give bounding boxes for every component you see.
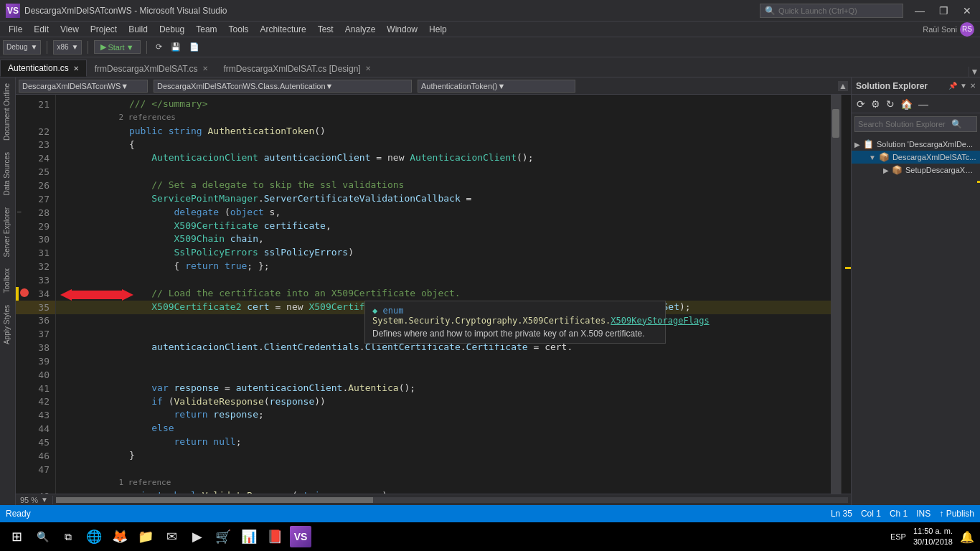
menu-edit[interactable]: Edit xyxy=(28,23,55,36)
menu-team[interactable]: Team xyxy=(190,23,222,36)
tooltip-icon: ◆ xyxy=(372,306,377,316)
horizontal-scrollbar[interactable] xyxy=(56,497,848,503)
tab-frmdescarga-design-close[interactable]: ✕ xyxy=(365,65,371,72)
tab-frmdescarga-design-label: frmDescargaXmlDelSAT.cs [Design] xyxy=(224,64,361,74)
menu-test[interactable]: Test xyxy=(312,23,339,36)
close-button[interactable]: ✕ xyxy=(960,5,974,17)
excel-icon[interactable]: 📊 xyxy=(238,526,260,547)
zoom-arrow[interactable]: ▼ xyxy=(41,496,48,504)
store-icon[interactable]: 🛒 xyxy=(212,526,234,547)
project-icon: 📦 xyxy=(879,152,890,162)
code-content[interactable]: ◆ enum System.Security.Cryptography.X509… xyxy=(56,95,831,494)
tooltip-top: ◆ enum System.Security.Cryptography.X509… xyxy=(372,306,658,326)
se-pin-button[interactable]: 📌 xyxy=(948,82,957,90)
ln-ref2 xyxy=(16,476,55,490)
vs-taskbar-icon[interactable]: VS xyxy=(290,526,311,547)
nav-scroll-up[interactable]: ▲ xyxy=(838,81,848,91)
tab-autentication[interactable]: Autentication.cs ✕ xyxy=(0,60,87,77)
code-line-24: AutenticacionClient autenticacionClient … xyxy=(56,151,831,165)
status-publish[interactable]: ↑ Publish xyxy=(939,509,974,519)
tab-autentication-close[interactable]: ✕ xyxy=(73,65,79,72)
restore-button[interactable]: ❐ xyxy=(936,5,951,17)
taskbar-right: ESP 11:50 a. m. 30/10/2018 🔔 xyxy=(890,526,974,548)
collapse-icon-28[interactable]: ─ xyxy=(17,209,21,216)
menu-bar: File Edit View Project Build Debug Team … xyxy=(0,22,980,37)
firefox-icon[interactable]: 🦊 xyxy=(109,526,131,547)
menu-build[interactable]: Build xyxy=(123,23,154,36)
search-button[interactable]: 🔍 xyxy=(32,526,53,547)
menu-tools[interactable]: Tools xyxy=(223,23,255,36)
se-sync-button[interactable]: ⟳ xyxy=(854,97,867,111)
code-line-41: var response = autenticacionClient.Auten… xyxy=(56,382,831,395)
code-line-33 xyxy=(56,273,831,287)
se-dropdown-button[interactable]: ▼ xyxy=(960,82,967,90)
quick-launch-input[interactable] xyxy=(778,6,893,15)
tree-item-setup[interactable]: ▶ 📦 SetupDescargaXmlSat... xyxy=(852,164,980,176)
ln-27: 27 xyxy=(16,192,55,206)
status-ready: Ready xyxy=(6,509,31,519)
code-line-27: ServicePointManager.ServerCertificateVal… xyxy=(56,192,831,206)
code-line-34: // Load the certificate into an X509Cert… xyxy=(56,287,831,301)
start-button[interactable]: ▶ Start ▼ xyxy=(94,40,140,54)
menu-help[interactable]: Help xyxy=(423,23,453,36)
se-home-button[interactable]: 🏠 xyxy=(898,97,915,111)
nav-class-dropdown[interactable]: DescargaXmlDelSATconWS▼ xyxy=(19,80,148,93)
ln-42: 42 xyxy=(16,395,55,409)
side-panel-apply-styles[interactable]: Apply Styles xyxy=(0,299,15,350)
debug-dropdown[interactable]: Debug ▼ xyxy=(3,40,41,55)
task-view-button[interactable]: ⧉ xyxy=(57,526,79,547)
menu-window[interactable]: Window xyxy=(381,23,423,36)
se-search-input[interactable] xyxy=(858,120,951,128)
tooltip-enum-name: X509KeyStorageFlags xyxy=(611,316,709,326)
code-line-48: private bool ValidateResponse(string res… xyxy=(56,489,831,494)
toolbar-btn-1[interactable]: ⟳ xyxy=(153,41,165,53)
tab-frmdescarga-label: frmDescargaXmlDelSAT.cs xyxy=(95,64,198,74)
zoom-control[interactable]: 95 % ▼ xyxy=(16,496,53,504)
toolbar-btn-3[interactable]: 📄 xyxy=(187,41,202,53)
toolbar-btn-2[interactable]: 💾 xyxy=(168,41,184,53)
minimize-button[interactable]: — xyxy=(912,5,928,17)
menu-debug[interactable]: Debug xyxy=(154,23,190,36)
se-close-button[interactable]: ✕ xyxy=(970,82,976,90)
h-scroll-thumb[interactable] xyxy=(56,497,373,503)
menu-project[interactable]: Project xyxy=(85,23,123,36)
ln-23: 23 xyxy=(16,138,55,152)
acrobat-icon[interactable]: 📕 xyxy=(264,526,286,547)
side-panel-server-explorer[interactable]: Server Explorer xyxy=(0,202,15,263)
folder-icon[interactable]: 📁 xyxy=(135,526,156,547)
nav-namespace-dropdown[interactable]: DescargaXmlDelSATconWS.Class.Autenticati… xyxy=(154,80,412,93)
notification-icon[interactable]: 🔔 xyxy=(960,530,974,544)
setup-label: SetupDescargaXmlSat... xyxy=(905,166,977,174)
menu-architecture[interactable]: Architecture xyxy=(255,23,312,36)
tab-frmdescarga[interactable]: frmDescargaXmlDelSAT.cs ✕ xyxy=(87,60,216,77)
side-panel-data-sources[interactable]: Data Sources xyxy=(0,146,15,202)
quick-launch[interactable]: 🔍 xyxy=(760,4,903,18)
se-search-box[interactable]: 🔍 xyxy=(854,116,977,132)
menu-view[interactable]: View xyxy=(55,23,85,36)
se-props-button[interactable]: ⚙ xyxy=(869,97,882,111)
mail-icon[interactable]: ✉ xyxy=(161,526,182,547)
setup-icon: 📦 xyxy=(892,165,903,175)
tab-frmdescarga-design[interactable]: frmDescargaXmlDelSAT.cs [Design] ✕ xyxy=(216,60,379,77)
edge-icon[interactable]: 🌐 xyxy=(83,526,105,547)
platform-dropdown[interactable]: x86 ▼ xyxy=(53,40,82,55)
menu-analyze[interactable]: Analyze xyxy=(339,23,382,36)
tree-item-solution[interactable]: ▶ 📋 Solution 'DescargaXmlDe... xyxy=(852,138,980,151)
scroll-thumb[interactable] xyxy=(832,109,839,138)
menu-file[interactable]: File xyxy=(3,23,28,36)
side-panel-document-outline[interactable]: Document Outline xyxy=(0,77,15,146)
se-tree: ▶ 📋 Solution 'DescargaXmlDe... ▼ 📦 Desca… xyxy=(852,135,980,179)
tab-overflow-button[interactable]: ▼ xyxy=(969,67,980,77)
nav-method-dropdown[interactable]: AuthenticationToken()▼ xyxy=(418,80,575,93)
media-icon[interactable]: ▶ xyxy=(187,526,208,547)
se-collapse-button[interactable]: — xyxy=(916,97,930,111)
tree-item-project[interactable]: ▼ 📦 DescargaXmlDelSATc... xyxy=(852,151,980,164)
ln-40: 40 xyxy=(16,368,55,382)
breakpoint-marker xyxy=(20,288,29,297)
se-refresh-button[interactable]: ↻ xyxy=(884,97,897,111)
start-menu-button[interactable]: ⊞ xyxy=(6,526,27,547)
tab-frmdescarga-close[interactable]: ✕ xyxy=(202,65,208,72)
vertical-scrollbar[interactable] xyxy=(831,95,841,494)
side-panel-toolbox[interactable]: Toolbox xyxy=(0,263,15,298)
code-line-46: } xyxy=(56,449,831,463)
